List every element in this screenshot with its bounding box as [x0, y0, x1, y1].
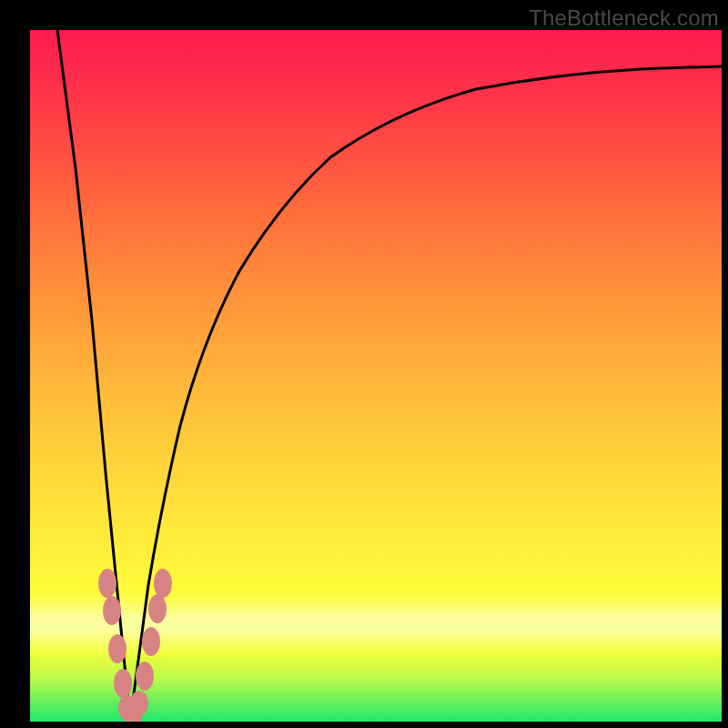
marker-dot	[114, 669, 132, 698]
marker-dot	[154, 569, 172, 598]
plot-area	[30, 30, 722, 722]
marker-dot	[142, 627, 160, 656]
marker-dot	[136, 662, 154, 691]
marker-dot	[130, 691, 148, 716]
marker-dot	[108, 634, 126, 663]
marker-cluster	[98, 569, 172, 722]
marker-dot	[148, 594, 167, 623]
chart-frame: TheBottleneck.com	[0, 0, 728, 728]
marker-dot	[103, 596, 121, 625]
curve-layer	[30, 30, 722, 722]
watermark-text: TheBottleneck.com	[529, 5, 719, 31]
marker-dot	[98, 569, 116, 598]
curve-right	[130, 66, 722, 722]
